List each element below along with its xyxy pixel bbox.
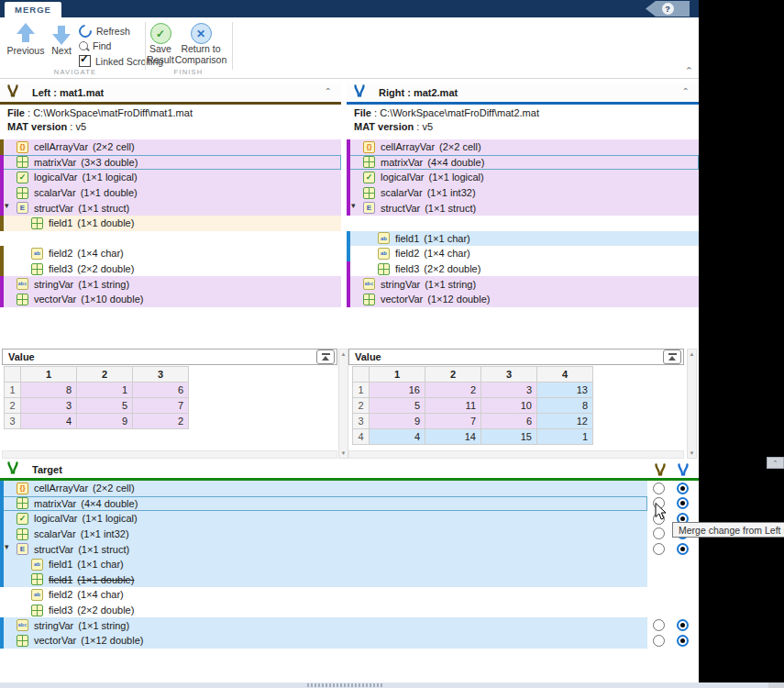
column-header[interactable]: 3 <box>133 367 189 383</box>
tree-row-scalarVar[interactable]: scalarVar(1×1 double) <box>0 185 341 201</box>
value-cell[interactable]: 11 <box>425 398 481 414</box>
row-header[interactable]: 2 <box>353 398 370 414</box>
tree-row-vectorVar[interactable]: vectorVar(1×12 double) <box>347 292 699 307</box>
column-header[interactable]: 1 <box>370 367 425 383</box>
value-cell[interactable]: 6 <box>133 383 189 398</box>
tree-row-vectorVar[interactable]: vectorVar(1×12 double) <box>0 633 647 649</box>
row-header[interactable]: 4 <box>353 429 370 445</box>
chevron-up-icon[interactable]: ⌃ <box>682 86 690 96</box>
row-header[interactable]: 3 <box>5 414 21 429</box>
tree-row-structVar[interactable]: ▾EstructVar(1×1 struct) <box>0 541 647 557</box>
column-header[interactable]: 3 <box>481 367 537 383</box>
refresh-button[interactable]: Refresh <box>79 25 130 38</box>
tree-row-matrixVar[interactable]: matrixVar(4×4 double) <box>347 155 699 171</box>
column-header[interactable]: 2 <box>77 367 133 383</box>
tree-row-logicalVar[interactable]: ✓logicalVar(1×1 logical) <box>0 511 647 527</box>
tree-row-field2[interactable]: abfield2(1×4 char) <box>0 246 341 261</box>
tree-row-field2[interactable]: abfield2(1×4 char) <box>0 587 647 603</box>
row-header[interactable]: 1 <box>5 383 21 398</box>
value-cell[interactable]: 8 <box>537 398 593 414</box>
value-cell[interactable]: 4 <box>21 414 77 429</box>
merge-right-radio-structVar[interactable] <box>677 543 689 555</box>
tab-merge[interactable]: MERGE <box>5 2 61 17</box>
tree-row-vectorVar[interactable]: vectorVar(1×10 double) <box>0 292 341 307</box>
value-cell[interactable]: 14 <box>425 429 481 445</box>
column-header[interactable]: 2 <box>425 367 481 383</box>
tree-row-field2[interactable]: abfield2(1×4 char) <box>347 246 699 261</box>
collapse-panel-icon[interactable] <box>663 350 681 364</box>
value-cell[interactable]: 3 <box>481 383 537 398</box>
value-cell[interactable]: 5 <box>77 398 133 414</box>
value-cell[interactable]: 7 <box>133 398 189 414</box>
tree-row-field1[interactable]: field1(1×1 double) <box>0 572 647 588</box>
merge-left-radio-stringVar[interactable] <box>653 619 665 631</box>
tree-row-cellArrayVar[interactable]: {}cellArrayVar(2×2 cell) <box>347 139 699 155</box>
value-cell[interactable]: 3 <box>21 398 77 414</box>
merge-left-radio-cellArrayVar[interactable] <box>653 483 665 494</box>
tree-row-stringVar[interactable]: abcstringVar(1×1 string) <box>0 276 341 292</box>
tree-row-stringVar[interactable]: abcstringVar(1×1 string) <box>347 276 699 292</box>
tree-row-field1[interactable]: abfield1(1×1 char) <box>0 557 647 572</box>
right-value-scrollbar[interactable]: ▲▼ <box>687 349 697 459</box>
right-panel-header[interactable]: Right : mat2.mat ⌃ <box>347 83 699 102</box>
tree-row-matrixVar[interactable]: matrixVar(4×4 double) <box>0 496 647 512</box>
value-cell[interactable]: 9 <box>370 414 425 429</box>
tree-row-field3[interactable]: field3(2×2 double) <box>0 603 647 618</box>
value-cell[interactable]: 8 <box>21 383 77 398</box>
tree-row-field3[interactable]: field3(2×2 double) <box>0 261 341 277</box>
expander-icon[interactable]: ▾ <box>351 201 356 210</box>
column-header[interactable]: 1 <box>21 367 77 383</box>
column-header[interactable]: 4 <box>537 367 593 383</box>
tree-row-logicalVar[interactable]: ✓logicalVar(1×1 logical) <box>347 170 699 185</box>
value-cell[interactable]: 1 <box>77 383 133 398</box>
merge-right-radio-vectorVar[interactable] <box>677 635 689 647</box>
tree-row-field1[interactable]: field1(1×1 double) <box>0 216 341 231</box>
value-cell[interactable]: 6 <box>481 414 537 429</box>
tree-row-cellArrayVar[interactable]: {}cellArrayVar(2×2 cell) <box>0 139 341 155</box>
tree-row-matrixVar[interactable]: matrixVar(3×3 double) <box>0 155 341 171</box>
left-value-hscrollbar[interactable] <box>2 450 337 459</box>
value-cell[interactable]: 9 <box>77 414 133 429</box>
row-header[interactable]: 2 <box>5 398 21 414</box>
value-cell[interactable]: 2 <box>133 414 189 429</box>
row-header[interactable]: 1 <box>353 383 370 398</box>
collapse-panel-icon[interactable] <box>316 350 335 364</box>
left-value-scrollbar[interactable]: ▲▼ <box>338 349 348 459</box>
right-value-hscrollbar[interactable] <box>348 450 684 459</box>
value-cell[interactable]: 4 <box>370 429 425 445</box>
value-cell[interactable]: 5 <box>370 398 425 414</box>
tree-row-scalarVar[interactable]: scalarVar(1×1 int32) <box>0 527 647 542</box>
previous-button[interactable]: Previous <box>6 23 46 56</box>
tree-row-structVar[interactable]: ▾EstructVar(1×1 struct) <box>0 200 341 216</box>
tree-row-stringVar[interactable]: abcstringVar(1×1 string) <box>0 617 647 633</box>
chevron-up-icon[interactable]: ⌃ <box>325 86 332 96</box>
collapse-ribbon-button[interactable]: ⌃ <box>685 65 693 77</box>
value-cell[interactable]: 1 <box>537 429 593 445</box>
return-to-comparison-button[interactable]: ✕ Return to Comparison <box>172 23 229 65</box>
tree-row-logicalVar[interactable]: ✓logicalVar(1×1 logical) <box>0 170 341 185</box>
value-cell[interactable]: 16 <box>370 383 425 398</box>
expander-icon[interactable]: ▾ <box>5 201 9 210</box>
tree-row-structVar[interactable]: ▾EstructVar(1×1 struct) <box>347 200 699 216</box>
find-button[interactable]: Find <box>79 40 111 51</box>
help-button[interactable]: ? <box>646 1 690 17</box>
tree-row-field3[interactable]: field3(2×2 double) <box>347 261 699 277</box>
merge-right-radio-stringVar[interactable] <box>677 619 689 631</box>
merge-left-radio-structVar[interactable] <box>653 543 665 555</box>
merge-right-radio-matrixVar[interactable] <box>677 497 689 509</box>
row-header[interactable]: 3 <box>353 414 370 429</box>
merge-right-radio-cellArrayVar[interactable] <box>677 483 689 494</box>
tree-row-field1[interactable]: abfield1(1×1 char) <box>347 231 699 247</box>
tree-row-cellArrayVar[interactable]: {}cellArrayVar(2×2 cell) <box>0 481 647 496</box>
value-cell[interactable]: 15 <box>481 429 537 445</box>
value-cell[interactable]: 12 <box>537 414 593 429</box>
value-cell[interactable]: 7 <box>425 414 481 429</box>
merge-left-radio-vectorVar[interactable] <box>653 635 665 647</box>
merge-left-radio-scalarVar[interactable] <box>653 527 665 539</box>
next-button[interactable]: Next <box>46 23 77 56</box>
tree-row-scalarVar[interactable]: scalarVar(1×1 int32) <box>347 185 699 201</box>
left-panel-header[interactable]: Left : mat1.mat ⌃ <box>0 83 341 102</box>
value-cell[interactable]: 13 <box>537 383 593 398</box>
value-cell[interactable]: 2 <box>425 383 481 398</box>
value-cell[interactable]: 10 <box>481 398 537 414</box>
